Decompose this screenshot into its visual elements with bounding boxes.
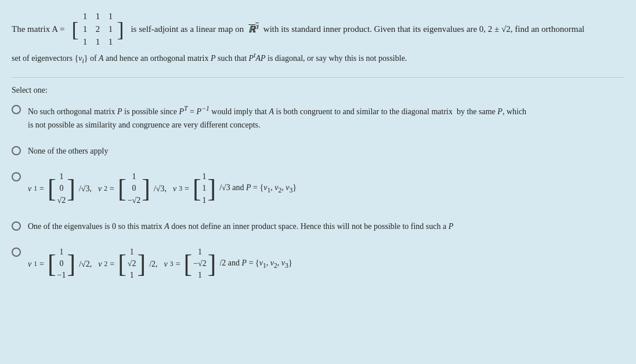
matrix-intro-text: The matrix A = [12,22,64,37]
rest-text: with its standard inner product. Given t… [263,22,584,37]
option-4-text: One of the eigenvalues is 0 so this matr… [28,220,624,233]
option-5: v1 = [ 1 0 −1 ] /√2, v2 = [ 1 √2 1 [12,246,624,282]
option-2: None of the others apply [12,144,624,158]
divider [12,77,624,78]
v2b-matrix: [ 1 √2 1 ] [118,246,146,282]
option-1: No such orthogonal matrix P is possible … [12,103,624,132]
v3b-matrix: [ 1 −√2 1 ] [184,246,216,282]
bracket-left: [ [71,19,78,40]
v1-matrix: [ 1 0 √2 ] [48,170,75,207]
problem-line1: The matrix A = [ 111 121 111 ] is self-a… [12,10,624,49]
radio-4[interactable] [12,221,21,231]
problem-line2: set of eigenvectors {vi} of A and hence … [12,50,624,67]
radio-2[interactable] [12,146,21,155]
eigenvec-row-2: v1 = [ 1 0 −1 ] /√2, v2 = [ 1 √2 1 [28,246,624,282]
matrix-A: [ 111 121 111 ] [71,10,124,49]
R3-symbol: ℝ3 [248,21,259,38]
radio-5[interactable] [12,247,21,257]
option-4: One of the eigenvalues is 0 so this matr… [12,220,624,233]
radio-3[interactable] [12,172,21,181]
problem-line2-text: set of eigenvectors {vi} of A and hence … [12,54,407,63]
eigenvec-row-1: v1 = [ 1 0 √2 ] /√3, v2 = [ 1 0 −√2 [28,170,624,207]
problem-statement: The matrix A = [ 111 121 111 ] is self-a… [12,10,624,67]
matrix-body: 111 121 111 [80,10,115,49]
option-5-text: v1 = [ 1 0 −1 ] /√2, v2 = [ 1 √2 1 [28,246,624,282]
radio-1[interactable] [12,105,21,114]
bracket-right: ] [117,19,124,40]
option-3: v1 = [ 1 0 √2 ] /√3, v2 = [ 1 0 −√2 [12,170,624,207]
option-2-label: None of the others apply [28,147,108,155]
option-3-text: v1 = [ 1 0 √2 ] /√3, v2 = [ 1 0 −√2 [28,170,624,207]
option-2-text: None of the others apply [28,144,624,158]
select-one-label: Select one: [12,86,624,95]
description-text: is self-adjoint as a linear map on [131,22,244,37]
option-1-text: No such orthogonal matrix P is possible … [28,103,624,132]
v1b-matrix: [ 1 0 −1 ] [48,246,75,282]
v3-matrix: [ 1 1 1 ] [193,170,216,207]
v2-matrix: [ 1 0 −√2 ] [118,170,150,207]
